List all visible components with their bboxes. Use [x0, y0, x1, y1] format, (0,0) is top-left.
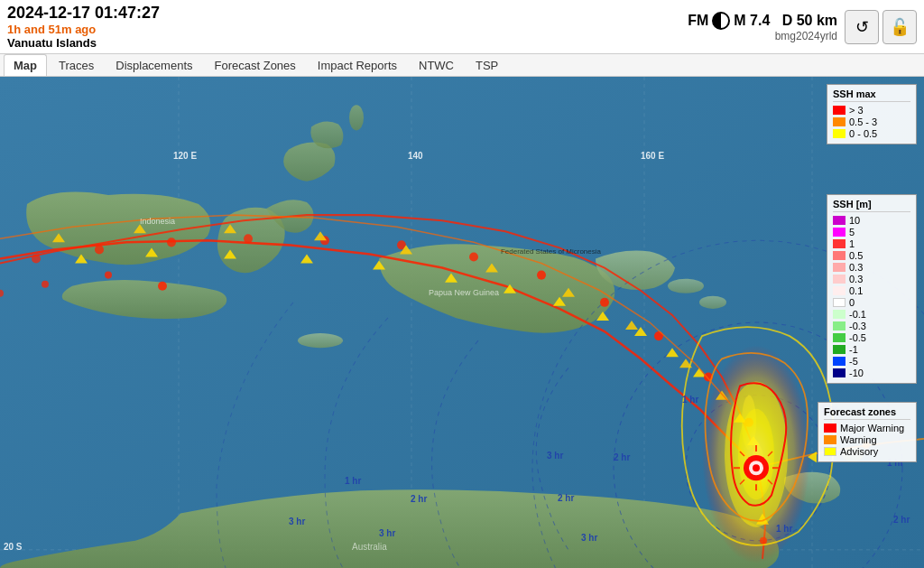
svg-point-12 — [349, 105, 364, 130]
ssh-label-0p1: 0.1 — [849, 285, 863, 296]
tab-ntwc[interactable]: NTWC — [409, 54, 464, 76]
ssh-max-label-2: 0.5 - 3 — [849, 116, 877, 127]
forecast-warning-label: Warning — [840, 434, 877, 445]
forecast-major-warning-label: Major Warning — [840, 423, 904, 433]
svg-point-40 — [244, 234, 253, 243]
fm-label: FM — [688, 13, 708, 29]
ssh-swatch-0 — [833, 298, 845, 307]
svg-point-13 — [298, 333, 343, 348]
ssh-max-swatch-1 — [833, 106, 845, 115]
ssh-max-title: SSH max — [833, 88, 910, 102]
ssh-item-0p5: 0.5 — [833, 250, 910, 261]
ssh-item-0p3: 0.3 — [833, 262, 910, 273]
ssh-label-n10: -10 — [849, 368, 864, 378]
ssh-item-5: 5 — [833, 227, 910, 237]
svg-point-72 — [105, 272, 112, 279]
ssh-swatch-n0p3 — [833, 321, 845, 331]
ssh-item-n10: -10 — [833, 368, 910, 378]
header-left: 2024-12-17 01:47:27 1h and 51m ago Vanua… — [7, 4, 160, 50]
magnitude-depth: M 7.4 D 50 km — [734, 13, 837, 29]
svg-text:2 hr: 2 hr — [893, 515, 910, 525]
ssh-label-n1: -1 — [849, 344, 858, 355]
ssh-label-0p3: 0.3 — [849, 262, 863, 273]
svg-text:2 hr: 2 hr — [558, 493, 574, 503]
forecast-major-warning-swatch — [824, 424, 836, 433]
ssh-label-10: 10 — [849, 215, 860, 226]
forecast-warning-swatch — [824, 435, 836, 444]
ssh-item-0: 0 — [833, 297, 910, 308]
ssh-max-swatch-2 — [833, 117, 845, 126]
tab-map[interactable]: Map — [4, 54, 47, 76]
svg-text:1 hr: 1 hr — [682, 395, 698, 405]
ssh-label-5: 5 — [849, 227, 855, 237]
ssh-label-0p3b: 0.3 — [849, 274, 863, 284]
app: 2024-12-17 01:47:27 1h and 51m ago Vanua… — [0, 0, 924, 568]
legend-ssh: SSH [m] 10 5 1 0.5 0.3 — [827, 194, 917, 384]
svg-text:1 hr: 1 hr — [345, 476, 361, 486]
ssh-max-item-1: > 3 — [833, 105, 910, 116]
ssh-label-n0p5: -0.5 — [849, 332, 866, 343]
ssh-swatch-0p3b — [833, 275, 845, 284]
ssh-swatch-5 — [833, 228, 845, 237]
ssh-item-n5: -5 — [833, 356, 910, 367]
map-area[interactable]: Indonesia Papua New Guinea Federated Sta… — [0, 77, 924, 568]
forecast-advisory: Advisory — [824, 446, 910, 457]
svg-text:1 hr: 1 hr — [776, 524, 792, 534]
forecast-warning: Warning — [824, 434, 910, 445]
svg-text:140: 140 — [408, 151, 423, 161]
fm-icon — [712, 12, 730, 30]
ssh-item-n1: -1 — [833, 344, 910, 355]
tabs-bar: Map Traces Displacements Forecast Zones … — [0, 54, 924, 77]
ssh-swatch-n1 — [833, 345, 845, 354]
svg-text:3 hr: 3 hr — [547, 451, 563, 461]
refresh-button[interactable]: ↺ — [845, 10, 879, 44]
svg-point-6 — [668, 279, 704, 293]
svg-text:3 hr: 3 hr — [379, 528, 395, 538]
forecast-advisory-swatch — [824, 447, 836, 456]
svg-text:2 hr: 2 hr — [614, 452, 630, 462]
ssh-swatch-0p1 — [833, 286, 845, 295]
ssh-max-item-3: 0 - 0.5 — [833, 128, 910, 139]
ssh-swatch-1 — [833, 239, 845, 248]
ssh-item-n0p5: -0.5 — [833, 332, 910, 343]
tab-displacements[interactable]: Displacements — [106, 54, 202, 76]
tab-forecast-zones[interactable]: Forecast Zones — [205, 54, 306, 76]
ssh-item-n0p3: -0.3 — [833, 321, 910, 331]
svg-point-36 — [537, 271, 546, 280]
ssh-swatch-n10 — [833, 368, 845, 377]
lock-button[interactable]: 🔓 — [882, 10, 917, 44]
svg-point-7 — [699, 296, 726, 309]
ssh-item-0p3b: 0.3 — [833, 274, 910, 284]
ssh-max-swatch-3 — [833, 129, 845, 138]
svg-point-43 — [32, 254, 41, 263]
event-magnitude-info: FM M 7.4 D 50 km — [688, 12, 837, 30]
svg-point-37 — [469, 252, 478, 261]
svg-text:3 hr: 3 hr — [581, 533, 597, 543]
forecast-advisory-label: Advisory — [840, 446, 878, 457]
ssh-swatch-0p5 — [833, 251, 845, 260]
map-svg: Indonesia Papua New Guinea Federated Sta… — [0, 77, 924, 568]
svg-point-42 — [95, 245, 104, 254]
ssh-max-label-1: > 3 — [849, 105, 864, 116]
svg-point-41 — [167, 237, 176, 247]
datetime-title: 2024-12-17 01:47:27 — [7, 4, 160, 23]
svg-text:Australia: Australia — [352, 542, 387, 552]
forecast-major-warning: Major Warning — [824, 423, 910, 433]
svg-point-71 — [158, 282, 167, 291]
tab-traces[interactable]: Traces — [49, 54, 104, 76]
tab-tsp[interactable]: TSP — [466, 54, 508, 76]
svg-text:160 E: 160 E — [641, 151, 664, 161]
svg-text:Federated States of Micronesia: Federated States of Micronesia — [501, 247, 602, 256]
ssh-item-10: 10 — [833, 215, 910, 226]
tab-impact-reports[interactable]: Impact Reports — [308, 54, 407, 76]
svg-text:2 hr: 2 hr — [411, 494, 427, 504]
svg-text:Papua New Guinea: Papua New Guinea — [429, 288, 500, 297]
ssh-label-n0p3: -0.3 — [849, 321, 866, 331]
svg-text:Indonesia: Indonesia — [140, 217, 176, 226]
ssh-swatch-n0p5 — [833, 333, 845, 342]
ssh-label-n0p1: -0.1 — [849, 309, 866, 320]
header: 2024-12-17 01:47:27 1h and 51m ago Vanua… — [0, 0, 924, 54]
location-label: Vanuatu Islands — [7, 36, 160, 50]
ssh-title: SSH [m] — [833, 199, 910, 212]
event-info-block: FM M 7.4 D 50 km bmg2024yrld — [688, 12, 837, 42]
